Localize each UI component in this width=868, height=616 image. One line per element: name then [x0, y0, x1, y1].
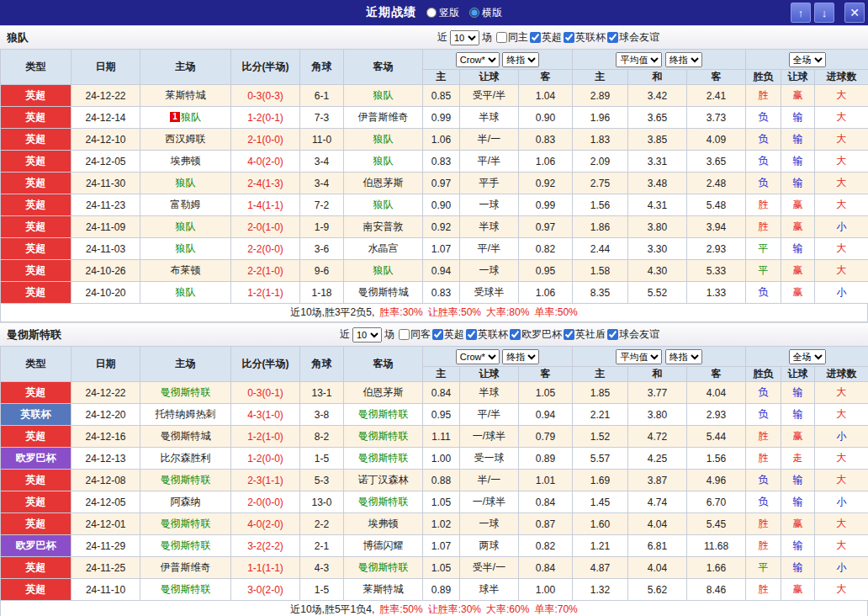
result-wdl: 胜: [746, 513, 781, 535]
handicap-line: 受半/一: [460, 557, 519, 579]
checkbox-label: 同主: [508, 30, 528, 45]
checkbox-input[interactable]: [432, 329, 443, 340]
col-header-avg-away: 客: [687, 367, 746, 382]
average-select[interactable]: 平均值: [616, 349, 662, 364]
checkbox-label: 同客: [410, 327, 431, 342]
result-wdl: 胜: [746, 85, 781, 107]
checkbox-input[interactable]: [607, 329, 618, 340]
layout-radio-vertical[interactable]: 竖版: [426, 6, 459, 20]
away-team: 曼彻斯特联: [344, 448, 423, 470]
home-team: 阿森纳: [140, 491, 231, 513]
average-final-select[interactable]: 终指: [665, 349, 702, 364]
close-icon[interactable]: ✕: [844, 3, 865, 23]
match-row: 英超24-10-20狼队1-2(1-1)1-18曼彻斯特城0.83受球半1.06…: [1, 282, 868, 304]
col-header-corner: 角球: [300, 347, 344, 382]
checkbox-input[interactable]: [510, 329, 521, 340]
filter-checkbox-球会友谊[interactable]: 球会友谊: [607, 30, 659, 45]
handicap-line: 受球半: [460, 282, 519, 304]
col-header-corner: 角球: [300, 50, 344, 85]
corner-score: 2-1: [300, 535, 344, 557]
score: 2-0(0-0): [231, 491, 300, 513]
match-date: 24-11-23: [71, 194, 140, 216]
radio-horizontal-input[interactable]: [469, 8, 479, 18]
filter-checkbox-同主[interactable]: 同主: [496, 30, 528, 45]
odds-source-select[interactable]: Crow*: [456, 349, 500, 364]
avg-home: 1.69: [573, 470, 628, 491]
home-team-name: 阿森纳: [171, 496, 201, 507]
result-goals: 小: [815, 557, 868, 579]
filter-checkbox-英超[interactable]: 英超: [530, 30, 562, 45]
checkbox-input[interactable]: [607, 32, 618, 43]
filter-checkbox-球会友谊[interactable]: 球会友谊: [607, 327, 659, 342]
radio-vertical-label: 竖版: [439, 6, 459, 20]
odds-away: 0.99: [519, 194, 573, 216]
avg-away: 5.33: [687, 260, 746, 282]
handicap-line: 一球: [460, 194, 519, 216]
home-team: 曼彻斯特联: [140, 535, 231, 557]
page-title: 近期战绩: [366, 5, 416, 20]
away-team-name: 狼队: [373, 155, 394, 167]
col-header-wdl: 胜负: [746, 70, 781, 85]
odds-home: 1.02: [423, 513, 460, 535]
col-header-handicap: 让球: [460, 70, 519, 85]
odds-final-select[interactable]: 终指: [502, 349, 539, 364]
col-header-avg-draw: 和: [628, 70, 687, 85]
corner-score: 13-1: [300, 382, 344, 404]
avg-away: 8.46: [687, 579, 746, 601]
result-handicap: 赢: [781, 282, 815, 304]
match-date: 24-11-29: [71, 535, 140, 557]
scroll-down-icon[interactable]: ↓: [814, 3, 834, 23]
away-team-name: 埃弗顿: [368, 518, 399, 529]
summary-bar: 近10场,胜5平1负4,胜率:50%让胜率:30%大率:60%单率:70%: [0, 601, 868, 616]
handicap-line: 半/一: [460, 470, 519, 491]
checkbox-input[interactable]: [399, 329, 410, 340]
avg-away: 1.66: [687, 557, 746, 579]
filter-checkbox-英超[interactable]: 英超: [432, 327, 464, 342]
filter-checkbox-欧罗巴杯[interactable]: 欧罗巴杯: [510, 327, 562, 342]
filter-checkbox-同客[interactable]: 同客: [399, 327, 431, 342]
corner-score: 2-2: [300, 513, 344, 535]
checkbox-input[interactable]: [564, 32, 574, 43]
filter-checkbox-英社盾[interactable]: 英社盾: [564, 327, 606, 342]
avg-away: 3.65: [687, 151, 746, 173]
avg-away: 2.93: [687, 238, 746, 260]
handicap-line: 一球: [460, 513, 519, 535]
result-wdl: 胜: [746, 535, 781, 557]
odds-final-select[interactable]: 终指: [502, 52, 539, 67]
full-match-select[interactable]: 全场: [789, 349, 826, 364]
avg-home: 2.21: [573, 404, 628, 426]
result-wdl: 胜: [746, 194, 781, 216]
average-select[interactable]: 平均值: [616, 52, 662, 67]
radio-vertical-input[interactable]: [426, 8, 437, 18]
home-team: 曼彻斯特城: [140, 426, 231, 448]
scroll-up-icon[interactable]: ↑: [791, 3, 811, 23]
corner-score: 1-5: [300, 448, 344, 470]
filter-checkbox-英联杯[interactable]: 英联杯: [564, 30, 606, 45]
odds-source-select[interactable]: Crow*: [456, 52, 500, 67]
match-date: 24-12-13: [71, 448, 140, 470]
average-final-select[interactable]: 终指: [665, 52, 702, 67]
col-header-handicap-result: 让球: [781, 70, 815, 85]
summary-part: 大率:60%: [486, 603, 529, 616]
match-date: 24-12-22: [71, 85, 140, 107]
avg-draw: 5.52: [628, 282, 687, 304]
home-team: 曼彻斯特联: [140, 382, 231, 404]
layout-radio-horizontal[interactable]: 横版: [469, 6, 502, 20]
checkbox-input[interactable]: [466, 329, 477, 340]
corner-score: 1-5: [300, 579, 344, 601]
checkbox-input[interactable]: [564, 329, 574, 340]
avg-draw: 3.87: [628, 470, 687, 491]
full-match-select[interactable]: 全场: [789, 52, 826, 67]
league-badge: 英超: [1, 151, 71, 173]
result-handicap: 输: [781, 470, 815, 491]
match-count-select[interactable]: 10: [450, 30, 479, 45]
avg-home: 1.96: [573, 107, 628, 129]
checkbox-input[interactable]: [496, 32, 507, 43]
match-count-select[interactable]: 10: [352, 327, 382, 343]
match-date: 24-12-08: [71, 470, 140, 491]
team-name: 狼队: [7, 30, 29, 45]
col-header-odds-home: 主: [423, 367, 460, 382]
odds-away: 1.05: [519, 382, 573, 404]
filter-checkbox-英联杯[interactable]: 英联杯: [466, 327, 508, 342]
checkbox-input[interactable]: [530, 32, 541, 43]
